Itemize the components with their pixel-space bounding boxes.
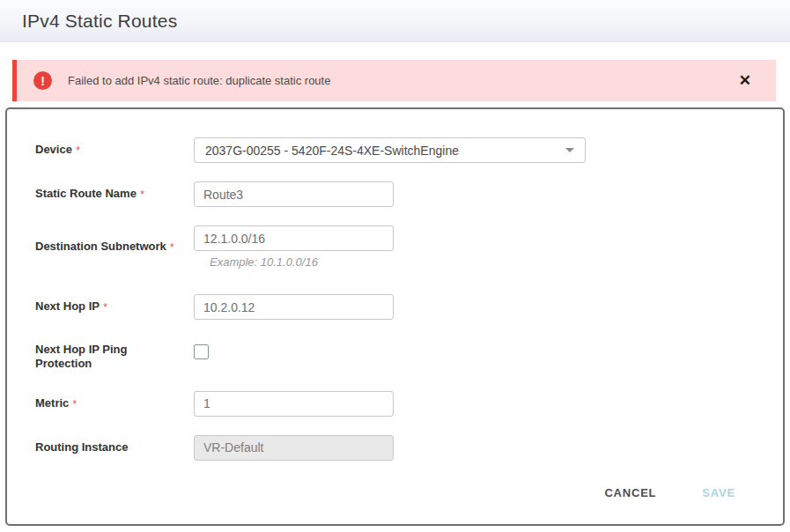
destination-subnetwork-required-mark: * bbox=[170, 240, 174, 254]
routing-instance-label: Routing Instance bbox=[35, 440, 128, 454]
device-select[interactable]: 2037G-00255 - 5420F-24S-4XE-SwitchEngine bbox=[194, 137, 586, 163]
device-required-mark: * bbox=[76, 144, 80, 157]
page-header: IPv4 Static Routes bbox=[0, 0, 790, 42]
next-hop-ip-label-col: Next Hop IP * bbox=[35, 294, 194, 320]
destination-subnetwork-input[interactable] bbox=[194, 225, 394, 251]
save-button[interactable]: SAVE bbox=[700, 483, 737, 503]
actions-row: CANCEL SAVE bbox=[7, 483, 783, 503]
device-row: Device * 2037G-00255 - 5420F-24S-4XE-Swi… bbox=[7, 137, 783, 163]
static-route-name-label: Static Route Name bbox=[35, 187, 137, 201]
chevron-down-icon bbox=[565, 148, 574, 152]
device-label: Device bbox=[35, 143, 72, 157]
metric-required-mark: * bbox=[72, 397, 77, 410]
next-hop-ip-label: Next Hop IP bbox=[35, 299, 100, 314]
ping-protection-label-col: Next Hop IP Ping Protection bbox=[35, 343, 194, 372]
page-title: IPv4 Static Routes bbox=[22, 11, 177, 32]
device-select-value: 2037G-00255 - 5420F-24S-4XE-SwitchEngine bbox=[205, 144, 557, 158]
static-route-name-label-col: Static Route Name * bbox=[35, 181, 194, 207]
metric-label: Metric bbox=[35, 396, 69, 410]
error-icon: ! bbox=[33, 71, 52, 90]
destination-subnetwork-helper: Example: 10.1.0.0/16 bbox=[210, 255, 394, 269]
static-route-name-input[interactable] bbox=[194, 181, 394, 207]
routing-instance-row: Routing Instance bbox=[7, 435, 783, 461]
static-route-form-panel: Device * 2037G-00255 - 5420F-24S-4XE-Swi… bbox=[5, 107, 785, 526]
destination-subnetwork-label: Destination Subnetwork bbox=[35, 240, 166, 254]
cancel-button[interactable]: CANCEL bbox=[602, 483, 658, 503]
device-label-col: Device * bbox=[35, 137, 194, 163]
close-icon[interactable]: ✕ bbox=[735, 71, 755, 90]
error-banner: ! Failed to add IPv4 static route: dupli… bbox=[12, 60, 776, 101]
static-route-name-row: Static Route Name * bbox=[7, 181, 783, 207]
routing-instance-label-col: Routing Instance bbox=[35, 435, 194, 461]
next-hop-ip-input[interactable] bbox=[194, 294, 394, 320]
static-route-name-required-mark: * bbox=[140, 188, 144, 201]
ping-protection-row: Next Hop IP Ping Protection bbox=[7, 343, 783, 372]
ping-protection-checkbox[interactable] bbox=[194, 344, 209, 359]
next-hop-ip-row: Next Hop IP * bbox=[7, 294, 783, 320]
metric-input[interactable] bbox=[194, 391, 394, 417]
next-hop-ip-required-mark: * bbox=[103, 300, 107, 314]
ping-protection-label: Next Hop IP Ping Protection bbox=[35, 343, 181, 372]
destination-subnetwork-field-group: Example: 10.1.0.0/16 bbox=[194, 225, 394, 269]
destination-subnetwork-label-col: Destination Subnetwork * bbox=[35, 225, 194, 269]
metric-row: Metric * bbox=[7, 391, 783, 417]
routing-instance-input bbox=[194, 435, 394, 461]
error-message: Failed to add IPv4 static route: duplica… bbox=[68, 74, 735, 87]
metric-label-col: Metric * bbox=[35, 391, 194, 417]
destination-subnetwork-row: Destination Subnetwork * Example: 10.1.0… bbox=[7, 225, 783, 269]
